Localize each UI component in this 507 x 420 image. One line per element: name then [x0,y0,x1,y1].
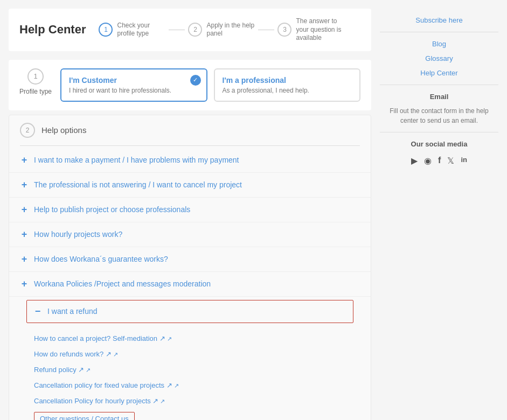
profile-card-customer[interactable]: I'm Customer I hired or want to hire pro… [60,68,207,102]
help-options-title: Help options [41,125,86,135]
sidebar-blog-link[interactable]: Blog [380,37,498,51]
step-3-text: The answer to your question is available [296,17,344,43]
social-section-title: Our social media [380,137,498,151]
faq-item-hourly[interactable]: + How hourly projects work? [9,222,371,247]
sidebar-glossary-link[interactable]: Glossary [380,51,498,66]
social-icons-row: ▶ ◉ f 𝕏 in [380,151,498,170]
twitter-icon[interactable]: 𝕏 [447,156,454,166]
faq-publish-text: Help to publish project or choose profes… [34,205,190,214]
step-1: 1Check your profile type [99,22,165,38]
contact-us-box[interactable]: Other questions / Contact us [34,412,135,420]
youtube-icon[interactable]: ▶ [411,156,418,166]
faq-plus-icon: + [20,229,29,240]
faq-guarantee-text: How does Workana´s guarantee works? [34,255,168,263]
linkedin-icon[interactable]: in [461,156,467,166]
faq-item-payment[interactable]: + I want to make a payment / I have prob… [9,148,371,173]
profile-type-label: Profile type [19,88,52,95]
customer-card-title: I'm Customer [69,76,198,85]
page-title: Help Center [19,23,86,37]
faq-plus-icon: + [20,179,29,191]
email-section-title: Email [380,89,498,104]
faq-hourly-text: How hourly projects work? [34,230,122,239]
faq-refund-text: I want a refund [47,307,98,316]
step-connector [169,30,185,30]
profile-card-professional[interactable]: I'm a professional As a professional, I … [214,68,360,102]
professional-card-desc: As a professional, I need help. [223,87,352,94]
step-3: 3The answer to your question is availabl… [277,17,344,43]
step-2-text: Apply in the help panel [206,22,255,38]
professional-card-title: I'm a professional [223,76,352,85]
customer-selected-check: ✓ [190,75,201,86]
steps-container: 1Check your profile type2Apply in the he… [99,17,360,43]
step-2-circle: 2 [188,23,202,37]
faq-plus-icon: + [20,278,29,290]
sublink-refunds-work[interactable]: How do refunds work? ↗ [34,346,360,362]
instagram-icon[interactable]: ◉ [424,156,432,166]
facebook-icon[interactable]: f [438,156,441,166]
sidebar-section: Subscribe here Blog Glossary Help Center… [380,9,498,174]
sidebar-divider-3 [380,132,498,132]
sublink-refund-policy[interactable]: Refund policy ↗ [34,362,360,377]
header: Help Center 1Check your profile type2App… [9,9,371,51]
step-1-circle: 1 [99,23,113,37]
refund-expanded-content: How to cancel a project? Self-mediation … [9,326,371,420]
sidebar-divider-2 [380,85,498,85]
faq-minus-icon: − [33,306,42,317]
step-1-text: Check your profile type [117,22,165,38]
email-section-desc: Fill out the contact form in the help ce… [380,104,498,128]
faq-item-publish[interactable]: + Help to publish project or choose prof… [9,198,371,222]
help-options-header: 2 Help options [9,115,371,145]
step-3-circle: 3 [277,23,291,37]
step-1-label: 1 Profile type [19,68,52,95]
faq-item-policies[interactable]: + Workana Policies /Project and messages… [9,272,371,297]
faq-plus-icon: + [20,204,29,215]
step-2-circle: 2 [20,123,35,138]
step-connector [258,30,274,30]
profile-type-section: 1 Profile type I'm Customer I hired or w… [9,60,371,110]
sidebar-divider-1 [380,32,498,32]
faq-plus-icon: + [20,254,29,265]
step-2: 2Apply in the help panel [188,22,255,38]
step-1-circle: 1 [27,68,44,85]
sublink-cancellation-hourly[interactable]: Cancellation Policy for hourly projects … [34,393,360,409]
sublink-cancel-project[interactable]: How to cancel a project? Self-mediation … [34,331,360,346]
faq-item-cancel[interactable]: + The professional is not answering / I … [9,173,371,198]
faq-item-refund[interactable]: − I want a refund [26,300,353,323]
faq-cancel-text: The professional is not answering / I wa… [34,180,242,189]
sidebar-helpcenter-link[interactable]: Help Center [380,66,498,80]
profile-cards: I'm Customer I hired or want to hire pro… [60,68,360,102]
faq-payment-text: I want to make a payment / I have proble… [34,156,239,164]
sidebar: Subscribe here Blog Glossary Help Center… [380,9,498,420]
faq-item-guarantee[interactable]: + How does Workana´s guarantee works? [9,247,371,272]
sublink-cancellation-fixed[interactable]: Cancellation policy for fixed value proj… [34,377,360,393]
faq-policies-text: Workana Policies /Project and messages m… [34,279,211,288]
subscribe-link[interactable]: Subscribe here [380,13,498,27]
faq-plus-icon: + [20,155,29,166]
help-options-section: 2 Help options + I want to make a paymen… [9,115,371,420]
customer-card-desc: I hired or want to hire professionals. [69,87,198,94]
faq-list: + I want to make a payment / I have prob… [9,146,371,420]
